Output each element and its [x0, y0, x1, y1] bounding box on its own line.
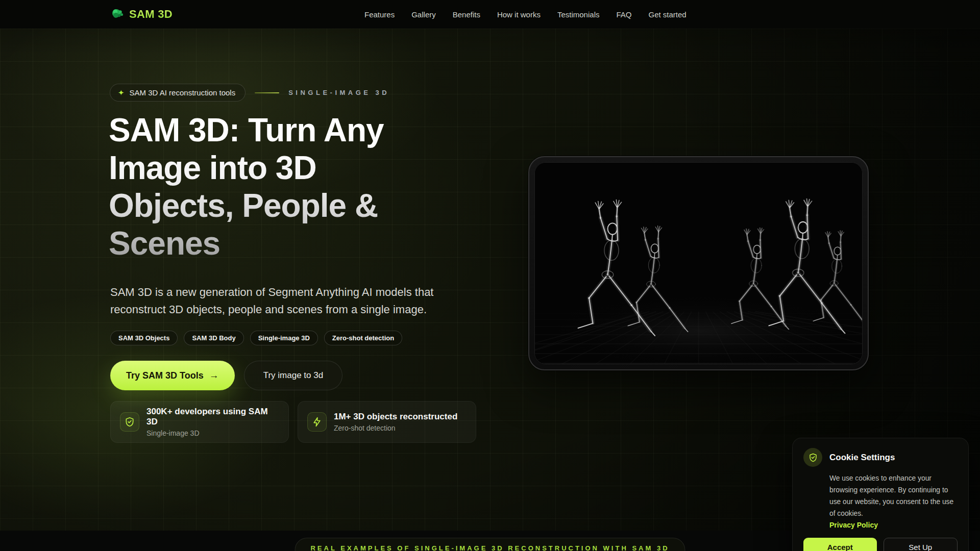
shield-icon	[803, 448, 822, 467]
hero-image-frame	[528, 156, 869, 370]
cookie-accept-button[interactable]: Accept	[803, 538, 877, 551]
page-title-line-3: Objects, People &	[109, 187, 456, 224]
nav-item-features[interactable]: Features	[364, 10, 395, 19]
tag-zero-shot-detection[interactable]: Zero-shot detection	[324, 331, 402, 345]
stat-title: 300K+ developers using SAM 3D	[146, 407, 279, 427]
nav-item-get-started[interactable]: Get started	[648, 10, 686, 19]
try-sam-3d-tools-button[interactable]: Try SAM 3D Tools →	[110, 361, 235, 390]
page-background: SAM 3D Features Gallery Benefits How it …	[0, 0, 980, 551]
section-badge: REAL EXAMPLES OF SINGLE-IMAGE 3D RECONST…	[295, 538, 685, 551]
cookie-title: Cookie Settings	[829, 453, 895, 463]
stat-card-developers: 300K+ developers using SAM 3D Single-ima…	[110, 401, 289, 443]
hero-eyebrow: SINGLE-IMAGE 3D	[288, 89, 389, 96]
hero-tags: SAM 3D Objects SAM 3D Body Single-image …	[110, 331, 402, 345]
section-badge-label: REAL EXAMPLES OF SINGLE-IMAGE 3D RECONST…	[310, 544, 669, 551]
cookie-body-text: We use cookies to enhance your browsing …	[829, 472, 958, 519]
nav-item-testimonials[interactable]: Testimonials	[557, 10, 600, 19]
hero-badge-label: SAM 3D AI reconstruction tools	[130, 88, 236, 97]
stat-card-objects: 1M+ 3D objects reconstructed Zero-shot d…	[298, 401, 476, 443]
hero-3d-figures-image	[534, 162, 863, 364]
nav-item-gallery[interactable]: Gallery	[411, 10, 436, 19]
stat-subtitle: Single-image 3D	[146, 429, 279, 437]
cta-row: Try SAM 3D Tools → Try image to 3d	[110, 361, 342, 390]
stats-row: 300K+ developers using SAM 3D Single-ima…	[110, 401, 476, 443]
tag-sam-3d-body[interactable]: SAM 3D Body	[184, 331, 243, 345]
lightning-icon	[307, 412, 327, 432]
page-title: SAM 3D: Turn Any Image into 3D Objects, …	[109, 111, 456, 262]
shield-check-icon	[120, 412, 139, 432]
sparkles-icon: ✦	[118, 89, 125, 96]
stat-title: 1M+ 3D objects reconstructed	[334, 412, 457, 422]
brand-name: SAM 3D	[129, 8, 173, 21]
cookie-setup-button[interactable]: Set Up	[884, 538, 958, 551]
privacy-policy-link[interactable]: Privacy Policy	[829, 521, 878, 529]
page-title-line-2: Image into 3D	[109, 149, 456, 187]
tag-single-image-3d[interactable]: Single-image 3D	[250, 331, 318, 345]
primary-cta-label: Try SAM 3D Tools	[126, 370, 204, 381]
nav-item-how-it-works[interactable]: How it works	[497, 10, 541, 19]
brand-logo[interactable]: SAM 3D	[111, 0, 173, 29]
page-title-line-4: Scenes	[109, 224, 456, 262]
hero-badge[interactable]: ✦ SAM 3D AI reconstruction tools	[110, 84, 246, 102]
page-title-line-1: SAM 3D: Turn Any	[109, 111, 456, 149]
cookie-settings-popup: Cookie Settings We use cookies to enhanc…	[792, 438, 969, 551]
eyebrow-divider-line	[255, 92, 279, 93]
nav-links: Features Gallery Benefits How it works T…	[364, 0, 687, 29]
nav-item-benefits[interactable]: Benefits	[453, 10, 480, 19]
top-navigation-bar: SAM 3D Features Gallery Benefits How it …	[0, 0, 980, 29]
arrow-right-icon: →	[209, 370, 219, 381]
stat-subtitle: Zero-shot detection	[334, 424, 457, 432]
hero-description: SAM 3D is a new generation of Segment An…	[110, 284, 442, 318]
tag-sam-3d-objects[interactable]: SAM 3D Objects	[110, 331, 178, 345]
try-image-to-3d-button[interactable]: Try image to 3d	[244, 361, 342, 390]
hero-badge-row: ✦ SAM 3D AI reconstruction tools SINGLE-…	[110, 84, 389, 102]
logo-icon	[111, 7, 125, 22]
nav-item-faq[interactable]: FAQ	[616, 10, 631, 19]
